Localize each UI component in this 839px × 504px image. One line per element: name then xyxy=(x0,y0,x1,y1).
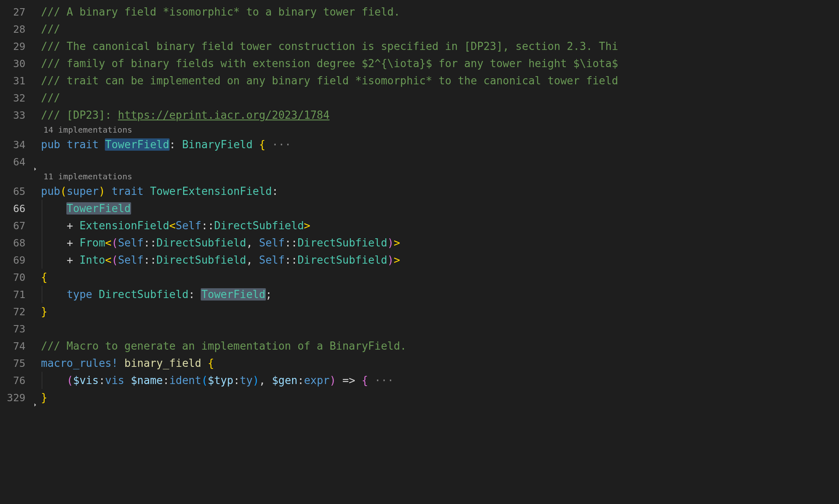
paren-open: ( xyxy=(67,374,73,386)
colon: : xyxy=(234,374,240,386)
comment: /// Macro to generate an implementation … xyxy=(41,340,406,352)
type-ref: TowerField xyxy=(66,202,132,215)
line-number[interactable]: 27 xyxy=(13,3,25,20)
keyword-trait: trait xyxy=(111,185,143,197)
whitespace xyxy=(118,357,125,369)
code-line[interactable]: /// xyxy=(41,20,839,38)
brace-close: } xyxy=(41,391,48,404)
code-line[interactable]: + Into<(Self::DirectSubfield, Self::Dire… xyxy=(41,251,839,269)
whitespace xyxy=(144,185,150,197)
folded-ellipsis[interactable]: ··· xyxy=(368,374,394,386)
line-number[interactable]: 72 xyxy=(13,303,25,320)
whitespace xyxy=(201,357,208,369)
indent-guide xyxy=(42,200,42,217)
code-area[interactable]: /// A binary field *isomorphic* to a bin… xyxy=(37,3,839,504)
indent-guide xyxy=(42,217,42,234)
code-line[interactable]: pub(super) trait TowerExtensionField: xyxy=(41,183,839,200)
angle-close: > xyxy=(304,219,311,232)
keyword-macro-rules: macro_rules! xyxy=(41,357,118,369)
indent-guide xyxy=(42,286,42,303)
line-number[interactable]: 329 xyxy=(7,389,25,406)
code-line[interactable]: } xyxy=(41,303,839,320)
path-sep: :: xyxy=(144,254,156,266)
indent-guide xyxy=(42,372,42,389)
assoc-type: DirectSubfield xyxy=(297,237,387,249)
code-line[interactable]: type DirectSubfield: TowerField; xyxy=(41,286,839,303)
folded-ellipsis[interactable]: ··· xyxy=(265,138,291,151)
chevron-right-icon[interactable] xyxy=(32,377,39,384)
code-line[interactable]: + ExtensionField<Self::DirectSubfield> xyxy=(41,217,839,234)
line-number[interactable]: 34 xyxy=(13,136,25,153)
line-number[interactable]: 65 xyxy=(13,183,25,200)
code-line[interactable]: pub trait TowerField: BinaryField { ··· xyxy=(41,136,839,153)
comment: /// xyxy=(41,23,60,35)
frag-spec: ty xyxy=(240,374,252,386)
line-number[interactable]: 73 xyxy=(13,320,25,337)
whitespace xyxy=(336,374,342,386)
line-number[interactable]: 69 xyxy=(13,251,25,269)
line-number[interactable]: 75 xyxy=(13,355,25,372)
codelens-implementations[interactable]: 11 implementations xyxy=(41,172,132,181)
line-number[interactable]: 33 xyxy=(13,106,25,124)
whitespace xyxy=(99,138,105,151)
line-number[interactable]: 32 xyxy=(13,89,25,106)
code-line[interactable]: /// trait can be implemented on any bina… xyxy=(41,72,839,89)
codelens-implementations[interactable]: 14 implementations xyxy=(41,125,132,135)
chevron-right-icon[interactable] xyxy=(32,141,39,148)
macro-name: binary_field xyxy=(125,357,202,369)
code-line[interactable]: TowerField xyxy=(41,200,839,217)
indent xyxy=(41,219,67,232)
keyword-self: Self xyxy=(259,254,285,266)
brace-open: { xyxy=(208,357,214,369)
codelens-row: 11 implementations xyxy=(41,170,839,183)
semicolon: ; xyxy=(265,288,272,301)
code-line[interactable]: { xyxy=(41,269,839,286)
doc-link[interactable]: https://eprint.iacr.org/2023/1784 xyxy=(118,109,330,121)
whitespace xyxy=(105,185,112,197)
code-line[interactable]: /// A binary field *isomorphic* to a bin… xyxy=(41,3,839,20)
code-line[interactable]: ($vis:vis $name:ident($typ:ty), $gen:exp… xyxy=(41,372,839,389)
assoc-type: DirectSubfield xyxy=(214,219,304,232)
code-line[interactable]: macro_rules! binary_field { xyxy=(41,355,839,372)
colon: : xyxy=(272,185,279,197)
path-sep: :: xyxy=(285,254,297,266)
code-line[interactable]: /// Macro to generate an implementation … xyxy=(41,337,839,355)
indent xyxy=(41,254,67,266)
macro-metavar: $name xyxy=(131,374,163,386)
code-line[interactable]: /// The canonical binary field tower con… xyxy=(41,38,839,55)
line-number[interactable]: 76 xyxy=(13,372,25,389)
line-number[interactable]: 30 xyxy=(13,55,25,72)
code-line[interactable]: } xyxy=(41,389,839,406)
line-number[interactable]: 66 xyxy=(13,200,25,217)
line-number[interactable]: 67 xyxy=(13,217,25,234)
line-number[interactable]: 70 xyxy=(13,269,25,286)
colon: : xyxy=(163,374,169,386)
line-number[interactable]: 74 xyxy=(13,337,25,355)
type-ref: ExtensionField xyxy=(79,219,169,232)
active-line-highlight xyxy=(37,200,839,217)
keyword-trait: trait xyxy=(67,138,99,151)
plus: + xyxy=(67,237,79,249)
code-line[interactable]: /// family of binary fields with extensi… xyxy=(41,55,839,72)
comment: /// A binary field *isomorphic* to a bin… xyxy=(41,6,400,18)
code-line[interactable]: /// xyxy=(41,89,839,106)
line-number[interactable]: 31 xyxy=(13,72,25,89)
frag-spec: ident xyxy=(169,374,201,386)
path-sep: :: xyxy=(201,219,214,232)
keyword-type: type xyxy=(67,288,93,301)
line-number[interactable]: 68 xyxy=(13,234,25,251)
colon: : xyxy=(297,374,304,386)
keyword-pub: pub xyxy=(41,138,60,151)
line-number[interactable]: 29 xyxy=(13,38,25,55)
line-number[interactable]: 28 xyxy=(13,20,25,38)
angle-open: < xyxy=(105,254,112,266)
code-line[interactable]: /// [DP23]: https://eprint.iacr.org/2023… xyxy=(41,106,839,124)
line-number[interactable]: 64 xyxy=(13,153,25,170)
line-number[interactable]: 71 xyxy=(13,286,25,303)
code-line[interactable] xyxy=(41,153,839,170)
keyword-self: Self xyxy=(118,254,144,266)
paren-close: ) xyxy=(387,237,394,249)
code-editor[interactable]: 27 28 29 30 31 32 33 34 64 65 66 67 68 6… xyxy=(0,0,839,504)
code-line[interactable]: + From<(Self::DirectSubfield, Self::Dire… xyxy=(41,234,839,251)
code-line[interactable] xyxy=(41,320,839,337)
